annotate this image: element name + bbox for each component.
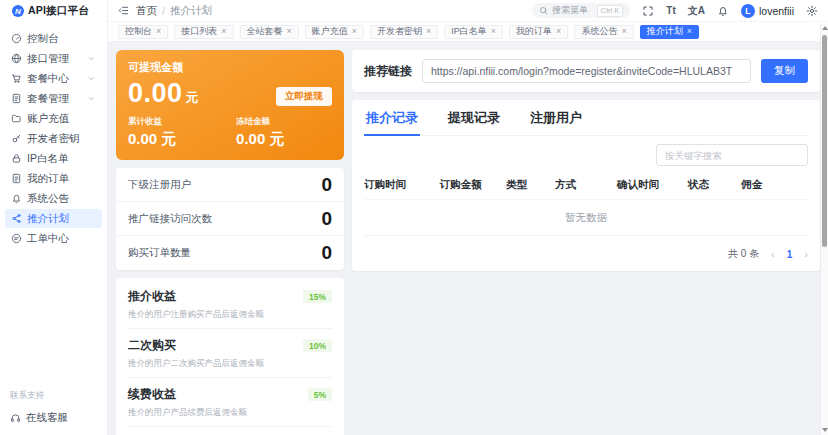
avatar: L [741, 4, 755, 18]
sidebar-item-package-center[interactable]: 套餐中心 [5, 69, 102, 88]
sidebar-item-label: 接口管理 [27, 52, 69, 66]
vertical-scrollbar[interactable] [820, 23, 828, 435]
sidebar-item-label: 套餐中心 [27, 72, 69, 86]
column-header: 佣金 [741, 172, 808, 200]
record-tab-registered-users[interactable]: 注册用户 [528, 100, 584, 136]
tab-close-icon[interactable]: × [221, 27, 226, 36]
dashboard-icon [11, 33, 22, 44]
column-header: 订购金额 [439, 172, 506, 200]
commission-rate-badge: 10% [303, 339, 332, 352]
sidebar-item-recharge[interactable]: 账户充值 [5, 109, 102, 128]
balance-unit: 元 [186, 90, 199, 105]
sidebar-item-my-orders[interactable]: 我的订单 [5, 169, 102, 188]
page-number[interactable]: 1 [787, 249, 793, 260]
balance-sub-label: 冻结金额 [236, 116, 284, 128]
withdraw-button[interactable]: 立即提现 [276, 87, 332, 106]
stat-label: 下级注册用户 [128, 178, 191, 192]
tab-close-icon[interactable]: × [156, 27, 161, 36]
tab-close-icon[interactable]: × [621, 27, 626, 36]
balance-card: 可提现金额 0.00元 立即提现 累计收益0.00 元冻结金额0.00 元 [116, 50, 344, 160]
tab-close-icon[interactable]: × [687, 27, 692, 36]
tab-my-orders[interactable]: 我的订单× [509, 25, 568, 39]
stat-value: 0 [321, 174, 332, 196]
settings-gear-icon[interactable] [806, 5, 818, 17]
scroll-up-arrow-icon[interactable] [821, 23, 828, 33]
commission-row: 接口调用5%推介用户使用余额调用接口后返佣金额 [128, 427, 332, 435]
record-tab-referral-records[interactable]: 推介记录 [364, 100, 420, 136]
tab-label: 我的订单 [516, 25, 552, 38]
commission-row: 续费收益5%推介的用户产品续费后返佣金额 [128, 378, 332, 427]
sidebar-item-tickets[interactable]: 工单中心 [5, 229, 102, 248]
next-page-icon[interactable]: › [804, 249, 808, 260]
page-content: 可提现金额 0.00元 立即提现 累计收益0.00 元冻结金额0.00 元 下级… [108, 42, 828, 435]
column-header: 确认时间 [617, 172, 688, 200]
tab-announcements[interactable]: 系统公告× [574, 25, 633, 39]
commission-row-head: 推介收益15% [128, 288, 332, 305]
sidebar-item-console[interactable]: 控制台 [5, 29, 102, 48]
notification-bell-icon[interactable] [717, 5, 729, 17]
commission-row: 二次购买10%推介的用户二次购买产品后返佣金额 [128, 329, 332, 378]
sidebar-item-label: 工单中心 [27, 232, 69, 246]
tab-referral[interactable]: 推介计划× [640, 25, 699, 39]
tab-ip-whitelist[interactable]: IP白名单× [444, 25, 503, 39]
records-search-row [364, 144, 808, 166]
headset-icon [10, 413, 21, 424]
sidebar-item-label: 系统公告 [27, 192, 69, 206]
record-tab-withdraw-records[interactable]: 提现记录 [446, 100, 502, 136]
stat-label: 购买订单数量 [128, 246, 191, 260]
user-menu[interactable]: L lovenfiii [741, 4, 794, 18]
keyword-search-input[interactable] [656, 144, 808, 166]
stat-label: 推广链接访问次数 [128, 212, 212, 226]
referral-link-card: 推荐链接 复制 [352, 50, 820, 92]
tab-site-packages[interactable]: 全站套餐× [240, 25, 299, 39]
tab-api-list[interactable]: 接口列表× [174, 25, 233, 39]
tab-console[interactable]: 控制台× [118, 25, 168, 39]
pagination: 共 0 条 ‹ 1 › [364, 236, 808, 261]
tab-label: IP白名单 [451, 25, 487, 38]
chevron-down-icon [87, 74, 96, 83]
username: lovenfiii [759, 5, 794, 17]
tab-close-icon[interactable]: × [556, 27, 561, 36]
scrollbar-thumb[interactable] [822, 35, 827, 247]
tab-close-icon[interactable]: × [287, 27, 292, 36]
sidebar-item-api-manage[interactable]: 接口管理 [5, 49, 102, 68]
commission-desc: 推介的用户注册购买产品后返佣金额 [128, 309, 332, 321]
tab-close-icon[interactable]: × [491, 27, 496, 36]
translate-icon[interactable]: 文A [688, 6, 705, 16]
sidebar-item-online-service[interactable]: 在线客服 [10, 411, 97, 425]
cart-icon [11, 73, 22, 84]
fullscreen-icon[interactable] [642, 5, 654, 17]
tab-recharge[interactable]: 账户充值× [305, 25, 364, 39]
column-header: 订购时间 [364, 172, 439, 200]
app-window: N API接口平台 控制台接口管理套餐中心套餐管理账户充值开发者密钥IP白名单我… [0, 0, 828, 435]
font-size-icon[interactable]: Tt [666, 6, 675, 16]
commission-title: 二次购买 [128, 337, 176, 354]
balance-sub-value: 0.00 元 [236, 130, 284, 149]
sidebar-item-dev-key[interactable]: 开发者密钥 [5, 129, 102, 148]
tab-close-icon[interactable]: × [352, 27, 357, 36]
stat-row: 推广链接访问次数0 [116, 202, 344, 236]
sidebar-item-label: 推介计划 [27, 212, 69, 226]
doc-list-icon [11, 93, 22, 104]
stat-row: 下级注册用户0 [116, 168, 344, 202]
copy-button[interactable]: 复制 [761, 59, 808, 83]
referral-link-label: 推荐链接 [364, 63, 412, 80]
sidebar-item-referral[interactable]: 推介计划 [5, 209, 102, 228]
column-header: 类型 [506, 172, 555, 200]
column-header: 状态 [688, 172, 741, 200]
prev-page-icon[interactable]: ‹ [771, 249, 775, 260]
menu-fold-icon[interactable] [118, 5, 129, 16]
scroll-down-arrow-icon[interactable] [821, 425, 828, 435]
lock-icon [11, 153, 22, 164]
sidebar-item-package-manage[interactable]: 套餐管理 [5, 89, 102, 108]
breadcrumb-home[interactable]: 首页 [136, 4, 157, 18]
sidebar-item-ip-whitelist[interactable]: IP白名单 [5, 149, 102, 168]
stat-row: 购买订单数量0 [116, 236, 344, 270]
sidebar-item-announcements[interactable]: 系统公告 [5, 189, 102, 208]
referral-link-input[interactable] [422, 59, 751, 83]
tab-close-icon[interactable]: × [426, 27, 431, 36]
menu-search[interactable]: 搜索菜单 Ctrl K [532, 3, 630, 18]
tab-label: 接口列表 [181, 25, 217, 38]
sidebar: N API接口平台 控制台接口管理套餐中心套餐管理账户充值开发者密钥IP白名单我… [0, 0, 108, 435]
tab-dev-key[interactable]: 开发者密钥× [370, 25, 438, 39]
